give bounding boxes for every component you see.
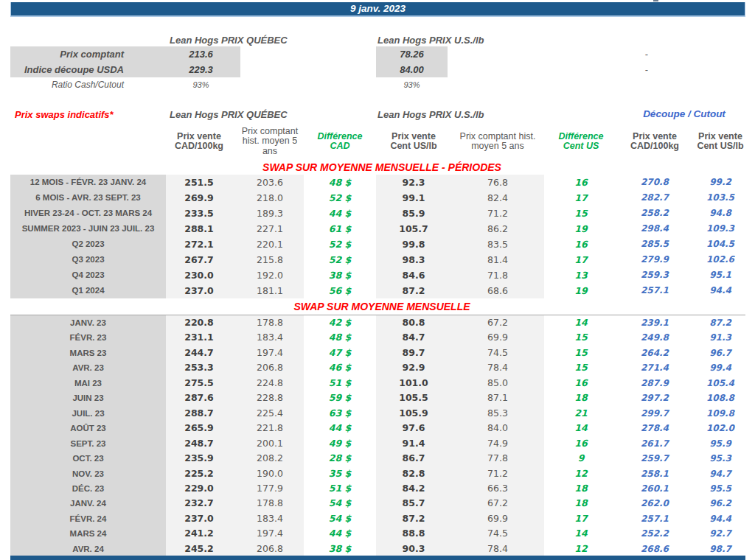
row-value: 220.8 — [166, 315, 232, 330]
top-row-us-value: 93% — [376, 77, 448, 92]
row-value: 257.1 — [618, 511, 692, 526]
row-value: 15 — [544, 206, 618, 221]
row-value: 15 — [544, 346, 618, 360]
swaps-us-title: Lean Hogs PRIX U.S./lb — [378, 109, 484, 120]
row-value: 228.8 — [236, 391, 304, 405]
row-value: 59 $ — [304, 391, 376, 405]
row-value: 15 — [544, 360, 618, 375]
row-value: 90.3 — [376, 542, 451, 556]
row-value: 86.7 — [376, 451, 451, 466]
row-value: 97.6 — [376, 421, 451, 435]
row-label: AVR. 23 — [10, 360, 166, 375]
row-label: MARS 24 — [10, 526, 166, 541]
row-value: 63 $ — [304, 406, 376, 421]
top-row-us-value: 84.00 — [376, 62, 448, 77]
row-value: 265.9 — [166, 421, 232, 435]
row-value: 99.8 — [376, 237, 451, 252]
row-label: AOÛT 23 — [10, 421, 166, 435]
row-value: 48 $ — [304, 330, 376, 345]
row-value: 68.6 — [451, 283, 544, 298]
row-value: 287.6 — [166, 391, 232, 405]
row-value: 78.4 — [451, 360, 544, 375]
row-value: 54 $ — [304, 511, 376, 526]
row-value: 49 $ — [304, 436, 376, 451]
row-value: 99.4 — [692, 360, 749, 375]
row-value: 84.0 — [451, 421, 544, 435]
row-value: 87.2 — [376, 283, 451, 298]
row-value: 264.2 — [618, 346, 692, 360]
row-value: 297.2 — [618, 391, 692, 405]
row-value: 76.8 — [451, 175, 544, 190]
report-date: 9 janv. 2023 — [350, 3, 406, 14]
row-label: Q2 2023 — [10, 237, 166, 252]
row-value: 299.7 — [618, 406, 692, 421]
row-value: 17 — [544, 252, 618, 267]
row-value: 14 — [544, 315, 618, 330]
top-row-quebec-value: 213.6 — [166, 46, 236, 62]
row-value: 268.6 — [618, 542, 692, 556]
row-value: 288.7 — [166, 406, 232, 421]
row-value: 52 $ — [304, 252, 376, 267]
row-value: 84.7 — [376, 330, 451, 345]
swaps-quebec-title: Lean Hogs PRIX QUÉBEC — [170, 109, 288, 120]
column-header: Prix comptant hist. moyen 5 ans — [451, 125, 544, 158]
row-value: 233.5 — [166, 206, 232, 221]
row-label: Q3 2023 — [10, 252, 166, 267]
row-value: 16 — [544, 237, 618, 252]
top-row-label: Indice découpe USDA — [10, 62, 124, 77]
row-label: JANV. 23 — [10, 315, 166, 330]
column-header: Prix comptant hist. moyen 5 ans — [236, 125, 304, 158]
row-value: 91.4 — [376, 436, 451, 451]
row-value: 99.2 — [692, 175, 749, 190]
row-value: 272.1 — [166, 237, 232, 252]
row-label: OCT. 23 — [10, 451, 166, 466]
row-value: 17 — [544, 511, 618, 526]
row-label: SUMMER 2023 - JUIN 23 JUIL. 23 — [10, 221, 166, 237]
row-value: 87.2 — [376, 511, 451, 526]
report-page: 9 janv. 2023 Lean Hogs PRIX QUÉBEC Lean … — [0, 0, 755, 560]
row-label: HIVER 23-24 - OCT. 23 MARS 24 — [10, 206, 166, 221]
row-value: 89.7 — [376, 346, 451, 360]
row-value: 56 $ — [304, 283, 376, 298]
column-header: Différence CAD — [304, 125, 376, 158]
row-value: 74.9 — [451, 436, 544, 451]
row-value: 85.0 — [451, 376, 544, 391]
row-value: 94.7 — [692, 466, 749, 481]
row-value: 14 — [544, 421, 618, 435]
row-label: DÉC. 23 — [10, 481, 166, 496]
row-value: 51 $ — [304, 376, 376, 391]
row-value: 67.2 — [451, 496, 544, 511]
row-value: 103.5 — [692, 190, 749, 206]
row-value: 94.8 — [692, 206, 749, 221]
row-value: 252.2 — [618, 526, 692, 541]
row-value: 224.8 — [236, 376, 304, 391]
row-value: 98.7 — [692, 542, 749, 556]
row-value: 94.4 — [692, 511, 749, 526]
row-value: 287.9 — [618, 376, 692, 391]
row-label: AVR. 24 — [10, 542, 166, 556]
row-value: 19 — [544, 283, 618, 298]
row-label: SEPT. 23 — [10, 436, 166, 451]
row-value: 71.8 — [451, 267, 544, 283]
top-row-quebec-value: 229.3 — [166, 62, 236, 77]
column-header: Prix vente CAD/100kg — [166, 125, 232, 158]
row-value: 181.1 — [236, 283, 304, 298]
row-label: FÉVR. 24 — [10, 511, 166, 526]
row-value: 288.1 — [166, 221, 232, 237]
row-value: 44 $ — [304, 526, 376, 541]
row-value: 101.0 — [376, 376, 451, 391]
row-value: 208.2 — [236, 451, 304, 466]
row-value: 105.4 — [692, 376, 749, 391]
row-value: 231.1 — [166, 330, 232, 345]
row-value: 200.1 — [236, 436, 304, 451]
row-label: MAI 23 — [10, 376, 166, 391]
row-value: 44 $ — [304, 421, 376, 435]
row-value: 85.7 — [376, 496, 451, 511]
row-label: JUIN 23 — [10, 391, 166, 405]
row-value: 69.9 — [451, 330, 544, 345]
row-value: 87.1 — [451, 391, 544, 405]
row-value: 178.8 — [236, 315, 304, 330]
row-value: 109.3 — [692, 221, 749, 237]
row-value: 94.4 — [692, 283, 749, 298]
decoupe-title: Découpe / Cutout — [625, 108, 743, 119]
